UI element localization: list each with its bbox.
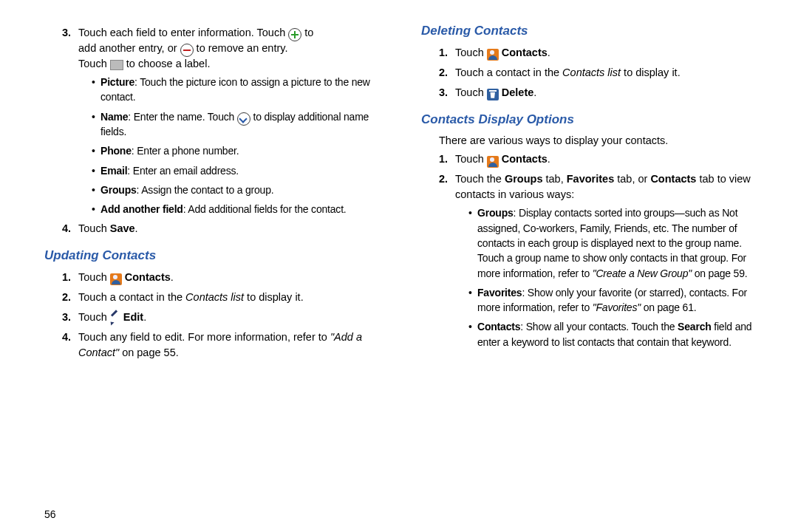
save-label: Save	[110, 222, 135, 234]
text: .	[548, 47, 550, 58]
contacts-label: Contacts	[502, 153, 548, 165]
label: Add another field	[100, 203, 183, 215]
label: Phone	[100, 145, 132, 157]
ref-favorites: "Favorites"	[593, 301, 641, 313]
display-intro: There are various ways to display your c…	[439, 133, 768, 149]
text: Touch	[78, 222, 110, 234]
text: tab, or	[614, 173, 650, 185]
update-step-2: 2. Touch a contact in the Contacts list …	[62, 290, 392, 305]
text: .	[171, 271, 174, 283]
text: to choose a label.	[126, 58, 211, 69]
contacts-list-label: Contacts list	[562, 66, 621, 78]
step-number: 4.	[62, 221, 71, 236]
text: to display it.	[621, 66, 681, 78]
plus-icon	[288, 28, 301, 41]
display-bullets: Groups: Display contacts sorted into gro…	[455, 205, 768, 349]
delete-label: Delete	[502, 86, 534, 98]
step-number: 3.	[439, 85, 448, 100]
text: .	[143, 311, 146, 323]
text: Touch a contact in the	[78, 291, 185, 303]
text: on page 61.	[641, 301, 696, 313]
contacts-label: Contacts	[125, 271, 171, 283]
delete-icon	[487, 89, 499, 100]
step-3: 3. Touch each field to enter information…	[62, 25, 392, 216]
label: Name	[100, 111, 128, 123]
manual-page: 3. Touch each field to enter information…	[0, 0, 798, 532]
delete-step-1: 1. Touch Contacts.	[439, 45, 768, 61]
text: tab,	[542, 173, 566, 185]
delete-step-3: 3. Touch Delete.	[439, 85, 768, 100]
heading-deleting-contacts: Deleting Contacts	[421, 22, 768, 41]
text: : Show all your contacts. Touch the	[520, 321, 678, 332]
search-label: Search	[678, 321, 712, 332]
field-bullets: Picture: Touch the picture icon to assig…	[78, 75, 392, 216]
bullet-email: Email: Enter an email address.	[92, 163, 392, 178]
label: Favorites	[477, 287, 522, 299]
step-number: 2.	[439, 171, 448, 187]
deleting-steps: 1. Touch Contacts. 2. Touch a contact in…	[421, 45, 768, 100]
text: Touch	[455, 86, 487, 98]
step-4: 4. Touch Save.	[62, 221, 392, 236]
text: : Assign the contact to a group.	[137, 184, 274, 196]
bullet-picture: Picture: Touch the picture icon to assig…	[92, 75, 392, 105]
text: Touch	[78, 271, 110, 283]
page-number: 56	[44, 508, 56, 520]
text: : Touch the picture icon to assign a pic…	[100, 76, 370, 103]
text: Touch a contact in the	[455, 66, 562, 78]
updating-steps: 1. Touch Contacts. 2. Touch a contact in…	[44, 270, 392, 361]
step-number: 1.	[439, 45, 448, 61]
display-steps: 1. Touch Contacts. 2. Touch the Groups t…	[421, 151, 768, 349]
step-number: 2.	[439, 65, 448, 81]
chevron-down-icon	[237, 112, 250, 126]
text: add another entry, or	[78, 42, 180, 54]
update-step-1: 1. Touch Contacts.	[62, 270, 392, 285]
edit-icon	[110, 313, 120, 324]
update-step-4: 4. Touch any field to edit. For more inf…	[62, 330, 392, 361]
step-number: 1.	[62, 270, 71, 285]
text: .	[548, 153, 550, 165]
text: on page 59.	[692, 267, 747, 279]
text: to remove an entry.	[197, 42, 288, 54]
favorites-tab-label: Favorites	[567, 173, 614, 185]
bullet-name: Name: Enter the name. Touch to display a…	[92, 109, 392, 140]
delete-step-2: 2. Touch a contact in the Contacts list …	[439, 65, 768, 81]
label: Groups	[100, 184, 137, 196]
text: Touch each field to enter information. T…	[78, 27, 288, 38]
bullet-groups-view: Groups: Display contacts sorted into gro…	[468, 205, 768, 280]
contacts-icon	[487, 49, 499, 61]
step-number: 1.	[439, 151, 448, 167]
text: Touch	[78, 58, 110, 69]
bullet-add-field: Add another field: Add additional fields…	[92, 202, 392, 216]
text: Touch	[78, 311, 110, 323]
step-number: 3.	[62, 25, 71, 41]
text: to display it.	[244, 291, 304, 303]
label: Email	[100, 165, 127, 177]
label: Contacts	[477, 321, 520, 332]
ref-create-group: "Create a New Group"	[593, 267, 692, 279]
update-step-3: 3. Touch Edit.	[62, 310, 392, 325]
step-number: 3.	[62, 310, 71, 325]
bullet-groups: Groups: Assign the contact to a group.	[92, 183, 392, 197]
text: on page 55.	[119, 347, 179, 358]
bullet-phone: Phone: Enter a phone number.	[92, 143, 392, 158]
bullet-favorites-view: Favorites: Show only your favorite (or s…	[468, 285, 768, 316]
contacts-list-label: Contacts list	[185, 291, 244, 303]
text: to	[304, 27, 313, 38]
step-number: 2.	[62, 290, 71, 305]
text: Touch any field to edit. For more inform…	[78, 331, 330, 343]
text: .	[135, 222, 138, 234]
contacts-label: Contacts	[502, 47, 548, 58]
contacts-icon	[487, 156, 499, 168]
display-step-1: 1. Touch Contacts.	[439, 151, 768, 167]
right-column: Deleting Contacts 1. Touch Contacts. 2. …	[421, 22, 768, 525]
minus-icon	[180, 44, 194, 57]
text: .	[533, 86, 536, 98]
text: Touch	[455, 47, 487, 58]
groups-tab-label: Groups	[505, 173, 543, 185]
text: Touch the	[455, 173, 505, 185]
text: : Enter a phone number.	[132, 145, 239, 157]
text: Touch	[455, 153, 487, 165]
contacts-icon	[110, 273, 122, 285]
edit-label: Edit	[123, 311, 143, 323]
heading-display-options: Contacts Display Options	[421, 111, 768, 129]
